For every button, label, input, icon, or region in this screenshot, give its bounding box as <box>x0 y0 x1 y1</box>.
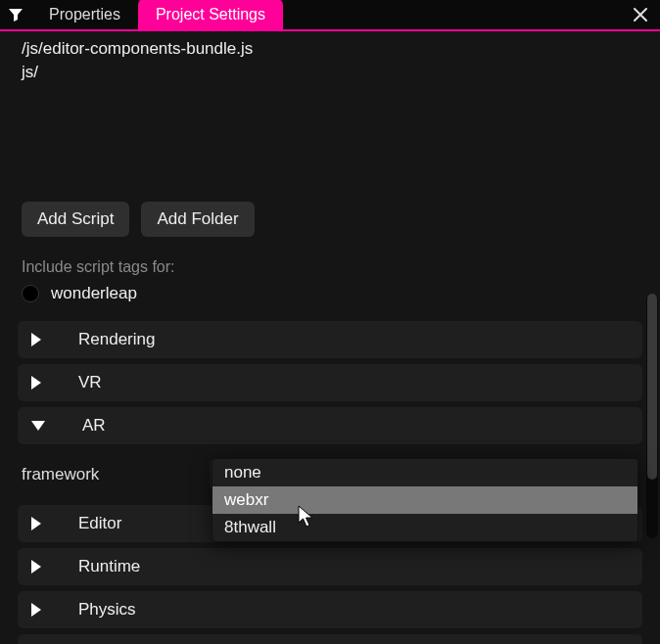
chevron-right-icon <box>31 517 41 530</box>
vertical-scrollbar[interactable] <box>646 294 658 538</box>
tab-properties[interactable]: Properties <box>31 0 138 30</box>
section-label: AR <box>71 416 106 436</box>
section-label: VR <box>67 373 102 392</box>
add-script-button[interactable]: Add Script <box>22 202 129 237</box>
tab-bar: Properties Project Settings <box>0 0 660 31</box>
framework-option-webxr[interactable]: webxr <box>212 486 637 514</box>
section-label: Runtime <box>67 557 140 576</box>
filter-icon[interactable] <box>0 0 31 30</box>
section-ar[interactable]: AR <box>18 407 642 444</box>
include-item-wonderleap[interactable]: wonderleap <box>18 284 642 303</box>
include-tags-label: Include script tags for: <box>18 258 642 276</box>
section-rendering[interactable]: Rendering <box>18 321 642 358</box>
framework-option-none[interactable]: none <box>212 459 637 486</box>
chevron-right-icon <box>31 603 41 617</box>
framework-label: framework <box>22 465 196 484</box>
panel-content: /js/editor-components-bundle.js js/ Add … <box>0 31 660 644</box>
script-paths-list: /js/editor-components-bundle.js js/ <box>18 31 642 84</box>
chevron-down-icon <box>31 421 45 431</box>
section-label: Editor <box>67 514 121 533</box>
section-assets[interactable]: Assets <box>18 634 642 644</box>
checkbox-icon[interactable] <box>22 285 39 302</box>
tab-project-settings[interactable]: Project Settings <box>138 0 283 30</box>
project-settings-panel: Properties Project Settings /js/editor-c… <box>0 0 660 644</box>
chevron-right-icon <box>31 560 41 574</box>
framework-option-8thwall[interactable]: 8thwall <box>212 514 637 541</box>
section-label: Physics <box>67 600 136 620</box>
script-path-item[interactable]: /js/editor-components-bundle.js <box>22 37 638 61</box>
section-label: Rendering <box>67 330 155 349</box>
section-runtime[interactable]: Runtime <box>18 548 642 585</box>
framework-dropdown[interactable]: none webxr 8thwall <box>212 458 638 542</box>
section-vr[interactable]: VR <box>18 364 642 401</box>
chevron-right-icon <box>31 333 41 346</box>
close-icon[interactable] <box>621 0 660 30</box>
section-physics[interactable]: Physics <box>18 591 642 628</box>
scrollbar-thumb[interactable] <box>647 294 657 480</box>
include-item-label: wonderleap <box>51 284 137 303</box>
script-path-item[interactable]: js/ <box>22 61 638 84</box>
chevron-right-icon <box>31 376 41 390</box>
add-folder-button[interactable]: Add Folder <box>141 202 254 237</box>
